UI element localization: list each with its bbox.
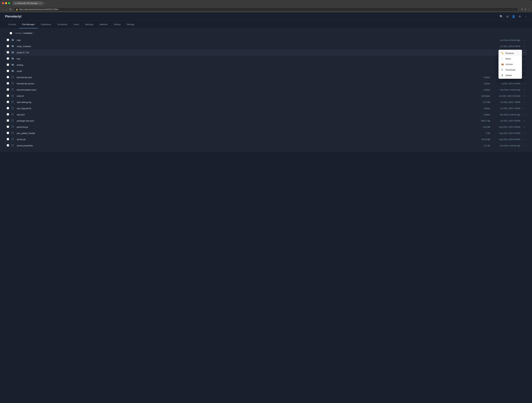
nav-startup[interactable]: Startup [111,21,124,28]
archive-menu-icon: 📦 [501,63,504,65]
file-row[interactable]: banned-ips.jsonss 2 Bytes Jul 8th, 2020 … [5,80,527,87]
file-row[interactable]: ops copy.jsond 2 Bytes Jul 16th, 2020 7:… [5,105,527,111]
file-name[interactable]: banned-ips.jsonss [17,82,473,85]
file-name[interactable]: banned-players.json [17,89,473,91]
address-bar[interactable]: 🔒 https://pterodactyl.test/server/5e0b33… [13,7,518,11]
nav-backups[interactable]: Backups [82,21,96,28]
file-row[interactable]: server.properties 1.41 kB less than a mi… [5,143,527,149]
file-row[interactable]: banned-players.json 2 Bytes less than a … [5,87,527,93]
file-name[interactable]: ops.json [17,113,473,116]
nav-schedules[interactable]: Schedules [54,21,70,28]
active-tab[interactable]: ◀ Minecraft | File Manager × [13,1,43,5]
reload-button[interactable]: ↻ [9,8,12,11]
file-name[interactable]: banned-ips.json [17,76,473,79]
file-name[interactable]: npm-debug.log [17,101,473,104]
nav-file-manager[interactable]: File Manager [19,21,38,28]
file-menu-button[interactable]: ··· [520,39,525,42]
row-checkbox[interactable] [7,70,10,73]
row-checkbox[interactable] [7,132,10,135]
file-name[interactable]: eula.txt [17,95,473,97]
file-name[interactable]: server.jar [17,138,473,141]
file-name[interactable]: testing [17,64,473,66]
file-name[interactable]: world [17,70,473,72]
search-icon[interactable]: 🔍 [500,15,503,18]
file-row[interactable]: server.jar 36.18 MB Aug 23rd, 2020 8:44P… [5,136,527,143]
file-row[interactable]: pax_global_header 0 kB Aug 23rd, 2020 4:… [5,130,527,136]
logout-icon[interactable]: → [524,15,527,18]
context-menu-item-delete[interactable]: 🗑 Delete [499,72,522,78]
file-name[interactable]: server.properties [17,144,473,147]
nav-network[interactable]: Network [96,21,111,28]
file-row[interactable]: world ··· [5,68,527,74]
file-row[interactable]: npm-debug.log 1.32 MB Jul 16th, 2020 7:4… [5,99,527,105]
context-menu-item-move[interactable]: ↑ Move [499,56,522,61]
row-checkbox[interactable] [7,101,10,104]
row-checkbox[interactable] [7,82,10,85]
file-name[interactable]: node_modules [17,45,473,48]
select-all-checkbox[interactable] [10,32,12,34]
file-name[interactable]: logs [17,39,473,41]
file-menu-button[interactable]: ··· [520,132,525,135]
file-menu-button[interactable]: ··· [520,82,525,85]
forward-button[interactable]: › [6,8,8,11]
row-checkbox[interactable] [7,107,10,110]
file-menu-button[interactable]: ··· [520,144,525,147]
file-menu-button[interactable]: ··· [520,88,525,91]
file-name[interactable]: package-lock.json [17,119,473,122]
context-menu-item-download[interactable]: ⬇ Download [499,67,522,72]
context-menu-item-archive[interactable]: 📦 Archive [499,61,522,67]
breadcrumb-home[interactable]: home [16,32,22,34]
back-button[interactable]: ‹ [2,8,4,11]
nav-databases[interactable]: Databases [38,21,54,28]
minimize-window-button[interactable] [5,2,7,4]
row-checkbox[interactable] [7,45,10,48]
settings-icon[interactable]: ⚙ [519,15,521,18]
row-checkbox[interactable] [7,88,10,91]
file-row[interactable]: node_modules Jul 16th, 2020 8:34PM ··· [5,43,527,49]
tab-close-button[interactable]: × [39,2,41,4]
file-date: Jul 16th, 2020 8:34PM [490,45,520,48]
row-checkbox[interactable] [7,144,10,147]
file-name[interactable]: panel-0.7.18 [17,51,473,54]
file-row[interactable]: panel-0.7.18 A ··· ✏️ Rename ↑ Move 📦 Ar… [5,49,527,56]
file-menu-button[interactable]: ··· [520,119,525,122]
context-menu-item-rename[interactable]: ✏️ Rename [499,50,522,56]
file-name[interactable]: panel.tar.gz [17,126,473,128]
row-checkbox[interactable] [7,138,10,141]
new-tab-button[interactable]: + [44,2,45,5]
nav-users[interactable]: Users [70,21,82,28]
row-checkbox[interactable] [7,95,10,98]
user-icon[interactable]: 👤 [512,15,515,18]
row-checkbox[interactable] [7,64,10,66]
row-checkbox[interactable] [7,119,10,122]
layers-icon[interactable]: ⊞ [506,15,508,18]
row-checkbox[interactable] [7,51,10,54]
file-menu-button[interactable]: ··· [520,101,525,104]
file-row[interactable]: banned-ips.json 2 Bytes less than a minu… [5,74,527,80]
maximize-window-button[interactable] [8,2,10,4]
row-checkbox[interactable] [7,39,10,42]
file-row[interactable]: ops.json 2 Bytes less than a minute ago … [5,111,527,118]
close-window-button[interactable] [2,2,4,4]
file-menu-button[interactable]: ··· [520,95,525,98]
file-menu-button[interactable]: ··· [520,113,525,116]
file-row[interactable]: package-lock.json 588.27 kB Jul 15th, 20… [5,118,527,124]
row-checkbox[interactable] [7,126,10,128]
file-row[interactable]: logs less than a minute ago ··· [5,37,527,43]
file-menu-button[interactable]: ··· [520,126,525,129]
file-row[interactable]: testing J ··· [5,62,527,68]
file-name[interactable]: ops copy.jsond [17,107,473,110]
file-menu-button[interactable]: ··· [520,45,525,48]
nav-console[interactable]: Console [5,21,19,28]
row-checkbox[interactable] [7,76,10,79]
file-menu-button[interactable]: ··· [520,107,525,110]
file-name[interactable]: pax_global_header [17,132,473,134]
file-name[interactable]: test [17,58,473,60]
row-checkbox[interactable] [7,57,10,60]
file-menu-button[interactable]: ··· [520,138,525,141]
file-row[interactable]: panel.tar.gz 1.82 MB Aug 23rd, 2020 3:59… [5,124,527,130]
nav-settings[interactable]: Settings [124,21,138,28]
file-row[interactable]: test ··· [5,56,527,62]
row-checkbox[interactable] [7,113,10,116]
file-row[interactable]: eula.txt 180 Bytes Jul 18th, 2020 10:10A… [5,93,527,99]
